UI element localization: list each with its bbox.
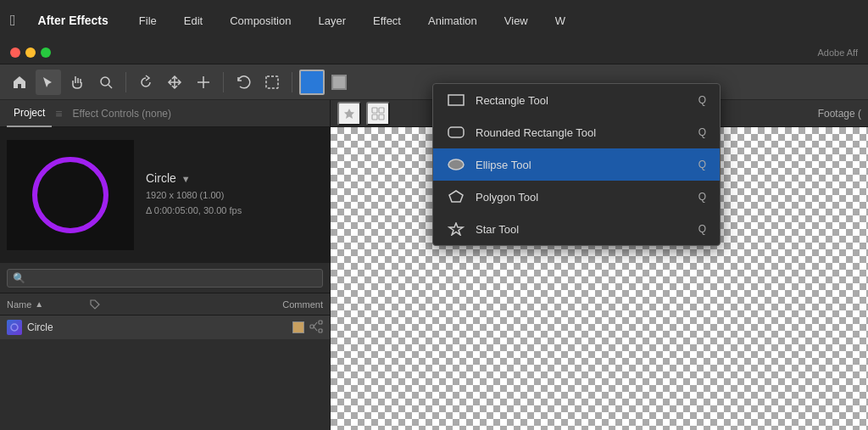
move-tool-button[interactable]	[162, 70, 187, 95]
cursor-icon	[42, 75, 55, 89]
star-icon	[342, 107, 356, 120]
file-name-text: Circle	[27, 321, 287, 333]
zoom-icon	[99, 75, 113, 89]
maximize-button[interactable]	[41, 47, 51, 58]
hierarchy-icon	[309, 320, 323, 333]
app-name: After Effects	[38, 14, 108, 27]
search-icon: 🔍	[13, 272, 25, 284]
svg-rect-15	[379, 114, 384, 120]
panel-star-button[interactable]	[337, 102, 361, 126]
project-panel: Project ≡ Effect Controls (none) Circle …	[0, 100, 331, 430]
ellipse-tool-item[interactable]: Ellipse Tool Q	[433, 148, 720, 181]
svg-rect-8	[319, 329, 322, 332]
separator-2	[223, 72, 224, 92]
panel-grid-button[interactable]	[366, 102, 390, 126]
star-tool-item[interactable]: Star Tool Q	[433, 213, 720, 245]
svg-rect-13	[379, 108, 384, 113]
rounded-rect-tool-shortcut: Q	[698, 126, 706, 138]
anchor-tool-button[interactable]	[191, 70, 216, 95]
sort-arrow-icon: ▲	[35, 299, 43, 309]
rounded-rect-icon	[447, 126, 465, 139]
svg-rect-17	[448, 127, 464, 137]
preview-area: Circle ▼ 1920 x 1080 (1.00) Δ 0:00:05:00…	[0, 127, 330, 263]
preview-resolution: 1920 x 1080 (1.00)	[146, 188, 242, 204]
preview-dropdown-arrow[interactable]: ▼	[181, 174, 191, 184]
preview-name: Circle ▼	[146, 171, 242, 185]
menu-view[interactable]: View	[499, 11, 533, 31]
circle-preview	[32, 157, 108, 233]
minimize-button[interactable]	[25, 47, 36, 58]
polygon-tool-label: Polygon Tool	[476, 191, 688, 204]
comp-icon	[7, 320, 22, 335]
svg-rect-12	[372, 108, 377, 113]
polygon-tool-item[interactable]: Polygon Tool Q	[433, 181, 720, 213]
svg-marker-19	[449, 191, 463, 202]
polygon-icon	[447, 190, 465, 204]
undo-button[interactable]	[231, 70, 256, 95]
svg-rect-4	[266, 76, 278, 88]
title-bar: Adobe Aff	[0, 41, 868, 64]
menu-edit[interactable]: Edit	[179, 11, 208, 31]
hand-tool-button[interactable]	[64, 70, 90, 95]
stroke-button[interactable]	[331, 75, 347, 90]
menu-file[interactable]: File	[134, 11, 162, 31]
tab-separator: ≡	[55, 107, 62, 120]
move-icon	[167, 75, 182, 90]
rotate-tool-button[interactable]	[133, 70, 159, 95]
preview-duration: Δ 0:00:05:00, 30.00 fps	[146, 204, 242, 219]
shape-fill-button[interactable]	[299, 70, 325, 95]
polygon-tool-shortcut: Q	[698, 191, 706, 203]
grid-icon	[371, 107, 385, 120]
tab-project[interactable]: Project	[7, 100, 52, 127]
panel-tabs: Project ≡ Effect Controls (none)	[0, 100, 330, 127]
file-color-label[interactable]	[292, 321, 304, 333]
menu-composition[interactable]: Composition	[225, 11, 296, 31]
rounded-rect-tool-label: Rounded Rectangle Tool	[476, 126, 688, 139]
comp-icon-svg	[9, 322, 19, 332]
svg-rect-16	[448, 95, 464, 105]
svg-line-1	[108, 85, 112, 88]
rectangle-tool-item[interactable]: Rectangle Tool Q	[433, 84, 720, 116]
close-button[interactable]	[10, 47, 20, 58]
selection-tool-button[interactable]	[36, 70, 61, 95]
column-name-header[interactable]: Name ▲	[7, 299, 272, 310]
rectangle-icon	[447, 93, 465, 107]
svg-point-0	[101, 77, 109, 86]
menu-animation[interactable]: Animation	[423, 11, 482, 31]
star-tool-shortcut: Q	[698, 223, 706, 235]
star-tool-label: Star Tool	[476, 223, 688, 236]
hand-icon	[70, 75, 85, 90]
column-name-label: Name	[7, 299, 31, 310]
mask-icon	[264, 75, 280, 90]
preview-info: Circle ▼ 1920 x 1080 (1.00) Δ 0:00:05:00…	[146, 171, 242, 218]
traffic-lights	[10, 47, 51, 58]
menu-window[interactable]: W	[550, 11, 570, 31]
rectangle-tool-label: Rectangle Tool	[476, 94, 688, 107]
apple-logo-icon: 	[10, 12, 16, 30]
preview-thumbnail	[7, 140, 134, 250]
svg-marker-11	[344, 109, 354, 119]
search-input[interactable]: 🔍	[7, 269, 323, 288]
svg-point-5	[11, 324, 18, 331]
ellipse-tool-label: Ellipse Tool	[476, 159, 688, 171]
column-comment-header[interactable]: Comment	[275, 299, 323, 310]
title-bar-text: Adobe Aff	[817, 47, 858, 58]
menu-layer[interactable]: Layer	[313, 11, 351, 31]
file-item-circle[interactable]: Circle	[0, 316, 330, 339]
rounded-rectangle-tool-item[interactable]: Rounded Rectangle Tool Q	[433, 116, 720, 148]
zoom-tool-button[interactable]	[93, 70, 119, 95]
mask-button[interactable]	[259, 70, 285, 95]
tab-effect-controls[interactable]: Effect Controls (none)	[66, 100, 179, 127]
svg-marker-20	[449, 223, 463, 235]
preview-name-text: Circle	[146, 171, 176, 185]
svg-line-9	[314, 322, 317, 327]
network-icon[interactable]	[309, 320, 323, 336]
search-bar: 🔍	[0, 263, 330, 293]
ellipse-icon	[447, 158, 465, 171]
home-button[interactable]	[7, 70, 32, 95]
file-list: Circle	[0, 316, 330, 430]
footage-label: Footage (	[818, 108, 861, 120]
menu-effect[interactable]: Effect	[368, 11, 406, 31]
separator-1	[125, 72, 126, 92]
file-list-header: Name ▲ Comment	[0, 293, 330, 316]
